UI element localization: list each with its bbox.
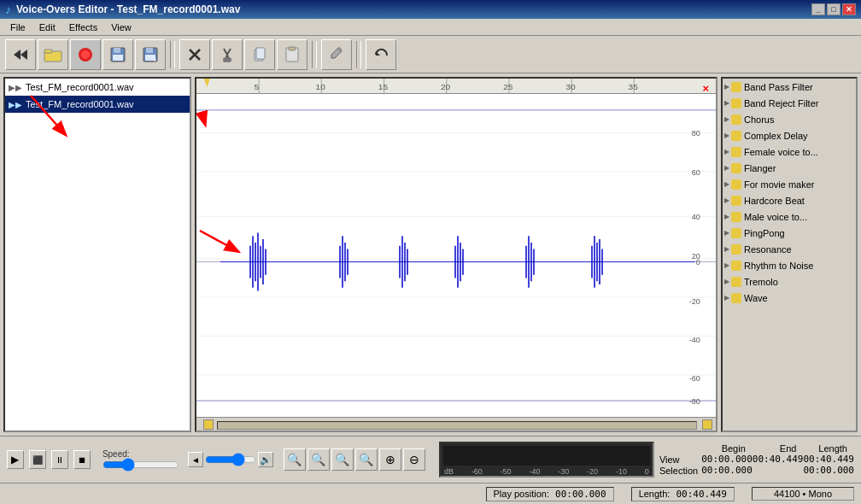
waveform-area: × 5 10 15 20 25 30 35 bbox=[195, 77, 718, 432]
effect-arrow-0: ▶ bbox=[724, 83, 729, 91]
scroll-track[interactable] bbox=[217, 421, 697, 430]
track-icon-1: ▶▶ bbox=[9, 83, 22, 92]
save-button[interactable] bbox=[102, 39, 133, 70]
track-name-2: Test_FM_record0001.wav bbox=[26, 99, 134, 109]
svg-rect-8 bbox=[113, 55, 123, 61]
track-item-1[interactable]: ▶▶ Test_FM_record0001.wav bbox=[5, 79, 190, 96]
cut-button[interactable] bbox=[212, 39, 243, 70]
rewind-button[interactable] bbox=[5, 39, 36, 70]
svg-rect-7 bbox=[114, 48, 120, 53]
svg-text:15: 15 bbox=[378, 83, 388, 91]
zoom-in-button[interactable]: 🔍 bbox=[284, 448, 306, 471]
menu-view[interactable]: View bbox=[104, 21, 138, 34]
effect-icon-13 bbox=[731, 293, 741, 303]
svg-rect-18 bbox=[256, 48, 265, 59]
svg-text:5: 5 bbox=[255, 83, 260, 91]
speed-slider[interactable] bbox=[102, 459, 179, 471]
volume-down-button[interactable]: ◄ bbox=[188, 452, 203, 467]
track-item-2[interactable]: ▶▶ Test_FM_record0001.wav bbox=[5, 96, 190, 113]
effect-item-0[interactable]: ▶ Band Pass Filter bbox=[723, 79, 856, 95]
svg-text:-20: -20 bbox=[689, 297, 700, 306]
track-name-1: Test_FM_record0001.wav bbox=[26, 82, 134, 92]
effect-item-8[interactable]: ▶ Male voice to... bbox=[723, 208, 856, 225]
effect-name-0: Band Pass Filter bbox=[744, 82, 813, 92]
vu-label-10: -10 bbox=[616, 467, 627, 476]
effect-name-5: Flanger bbox=[744, 163, 776, 173]
zoom-fit[interactable]: ⊕ bbox=[379, 448, 401, 471]
close-button[interactable]: ✕ bbox=[842, 3, 856, 15]
effect-item-4[interactable]: ▶ Female voice to... bbox=[723, 144, 856, 160]
effect-name-6: For movie maker bbox=[744, 179, 815, 190]
menu-effects[interactable]: Effects bbox=[62, 21, 104, 34]
effect-item-3[interactable]: ▶ Complex Delay bbox=[723, 127, 856, 144]
stop-button[interactable]: ⏹ bbox=[73, 450, 91, 469]
zoom-waveform-out[interactable]: 🔍 bbox=[355, 448, 378, 471]
delete-button[interactable] bbox=[179, 39, 210, 70]
paste-button[interactable] bbox=[277, 39, 308, 70]
waveform-svg: 80 60 40 20 0 -20 -40 -60 -80 bbox=[196, 94, 716, 417]
svg-point-5 bbox=[81, 50, 90, 59]
record-button[interactable] bbox=[70, 39, 101, 70]
waveform-canvas[interactable]: 80 60 40 20 0 -20 -40 -60 -80 bbox=[196, 94, 716, 417]
vu-label-50: -50 bbox=[501, 467, 512, 476]
undo-button[interactable] bbox=[366, 39, 396, 70]
pause-button[interactable]: ⏸ bbox=[51, 450, 68, 469]
waveform-close-button[interactable]: × bbox=[702, 82, 709, 95]
zoom-reset[interactable]: ⊖ bbox=[403, 448, 425, 471]
svg-rect-39 bbox=[196, 94, 716, 417]
app-icon: ♪ bbox=[5, 3, 11, 16]
loop-button[interactable]: ⬛ bbox=[29, 450, 46, 469]
copy-button[interactable] bbox=[244, 39, 275, 70]
effect-icon-9 bbox=[731, 228, 741, 238]
format-section: 44100 • Mono bbox=[752, 487, 854, 501]
volume-slider[interactable] bbox=[205, 454, 256, 466]
effect-item-10[interactable]: ▶ Resonance bbox=[723, 241, 856, 257]
svg-text:+: + bbox=[153, 56, 157, 63]
play-position-section: Play position: 00:00.000 bbox=[486, 487, 614, 501]
zoom-controls: 🔍 🔍 🔍 🔍 ⊕ ⊖ bbox=[284, 448, 425, 471]
length-header: Length bbox=[803, 443, 854, 454]
effect-item-13[interactable]: ▶ Wave bbox=[723, 290, 856, 306]
open-button[interactable] bbox=[38, 39, 68, 70]
svg-text:30: 30 bbox=[565, 83, 575, 91]
track-icon-2: ▶▶ bbox=[9, 100, 22, 109]
effect-icon-3 bbox=[731, 131, 741, 141]
svg-text:80: 80 bbox=[692, 129, 700, 138]
zoom-out-button[interactable]: 🔍 bbox=[308, 448, 330, 471]
save-as-button[interactable]: + bbox=[135, 39, 166, 70]
effect-name-10: Resonance bbox=[744, 244, 792, 255]
effect-arrow-2: ▶ bbox=[724, 115, 729, 123]
menu-file[interactable]: File bbox=[3, 21, 32, 34]
effect-arrow-13: ▶ bbox=[724, 294, 729, 302]
vu-label-40: -40 bbox=[529, 467, 540, 476]
sel-end bbox=[753, 465, 804, 476]
effect-item-5[interactable]: ▶ Flanger bbox=[723, 160, 856, 176]
toolbar: + bbox=[0, 36, 861, 73]
svg-rect-20 bbox=[289, 47, 296, 50]
zoom-waveform-in[interactable]: 🔍 bbox=[331, 448, 354, 471]
effect-icon-10 bbox=[731, 244, 741, 255]
tool-button[interactable] bbox=[321, 39, 352, 70]
effect-item-7[interactable]: ▶ Hardcore Beat bbox=[723, 192, 856, 208]
play-button[interactable]: ▶ bbox=[7, 450, 24, 469]
effect-item-2[interactable]: ▶ Chorus bbox=[723, 111, 856, 127]
svg-point-16 bbox=[226, 57, 231, 62]
effect-item-6[interactable]: ▶ For movie maker bbox=[723, 176, 856, 192]
effect-name-8: Male voice to... bbox=[744, 212, 807, 222]
vu-scale: dB -60 -50 -40 -30 -20 -10 0 bbox=[441, 467, 653, 476]
effect-icon-0 bbox=[731, 82, 741, 92]
effect-item-1[interactable]: ▶ Band Reject Filter bbox=[723, 95, 856, 111]
effect-item-11[interactable]: ▶ Rhythm to Noise bbox=[723, 257, 856, 273]
effect-arrow-8: ▶ bbox=[724, 213, 729, 220]
view-label: View bbox=[659, 454, 701, 465]
effect-item-9[interactable]: ▶ PingPong bbox=[723, 225, 856, 241]
horizontal-scrollbar[interactable] bbox=[196, 417, 716, 431]
maximize-button[interactable]: □ bbox=[827, 3, 840, 15]
effect-name-2: Chorus bbox=[744, 114, 774, 125]
menu-edit[interactable]: Edit bbox=[32, 21, 62, 34]
effect-icon-11 bbox=[731, 261, 741, 271]
minimize-button[interactable]: _ bbox=[811, 3, 825, 15]
length-label: Length: bbox=[639, 489, 671, 499]
effect-item-12[interactable]: ▶ Tremolo bbox=[723, 273, 856, 290]
svg-rect-3 bbox=[44, 50, 52, 53]
